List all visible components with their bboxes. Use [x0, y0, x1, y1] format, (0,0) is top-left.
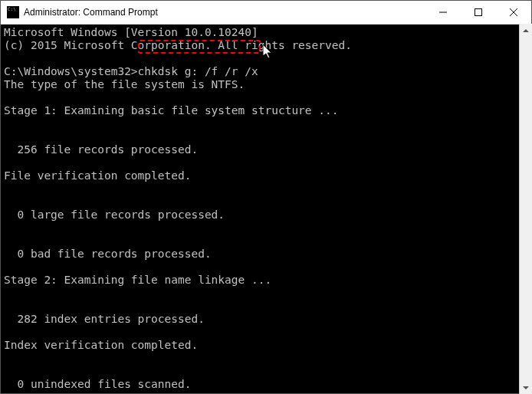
terminal-line [4, 182, 528, 195]
terminal-line [4, 195, 528, 208]
terminal-line [4, 130, 528, 143]
scrollbar-track[interactable] [520, 37, 532, 381]
terminal-line [4, 261, 528, 274]
svg-line-3 [510, 8, 517, 16]
titlebar[interactable]: Administrator: Command Prompt [1, 1, 531, 25]
svg-rect-1 [475, 9, 482, 16]
terminal-line: C:\Windows\system32>chkdsk g: /f /r /x [4, 65, 528, 78]
scroll-up-button[interactable] [520, 24, 532, 37]
terminal-line: 0 bad file records processed. [4, 248, 528, 261]
scroll-down-button[interactable] [520, 381, 532, 394]
terminal-line: 0 large file records processed. [4, 208, 528, 222]
terminal-line [4, 300, 528, 313]
terminal-line: Stage 1: Examining basic file system str… [4, 104, 528, 117]
terminal-line: File verification completed. [4, 169, 528, 182]
terminal-line: Microsoft Windows [Version 10.0.10240] [4, 26, 528, 39]
svg-line-2 [510, 8, 517, 16]
terminal-line: (c) 2015 Microsoft Corporation. All righ… [4, 39, 528, 52]
terminal-line: The type of the file system is NTFS. [4, 78, 528, 91]
terminal-line: Stage 2: Examining file name linkage ... [4, 274, 528, 287]
app-icon [7, 6, 19, 18]
terminal-line [4, 235, 528, 248]
command-prompt-window: Administrator: Command Prompt Microsoft … [0, 0, 532, 394]
close-button[interactable] [496, 1, 531, 24]
window-title: Administrator: Command Prompt [24, 7, 425, 18]
terminal-line [4, 91, 528, 104]
vertical-scrollbar[interactable] [519, 24, 532, 394]
terminal-line [4, 156, 528, 169]
terminal-line: 282 index entries processed. [4, 313, 528, 326]
terminal-line [4, 287, 528, 300]
terminal-line [4, 352, 528, 365]
terminal-line [4, 222, 528, 235]
terminal-line: 256 file records processed. [4, 143, 528, 156]
terminal-line [4, 117, 528, 130]
terminal-line [4, 365, 528, 378]
maximize-button[interactable] [461, 1, 496, 24]
terminal-line: 0 unindexed files scanned. [4, 378, 528, 391]
terminal-line [4, 52, 528, 65]
terminal-line: Index verification completed. [4, 339, 528, 352]
window-controls [425, 1, 531, 24]
minimize-button[interactable] [425, 1, 461, 24]
terminal-line [4, 326, 528, 339]
terminal-output[interactable]: Microsoft Windows [Version 10.0.10240](c… [1, 25, 531, 393]
